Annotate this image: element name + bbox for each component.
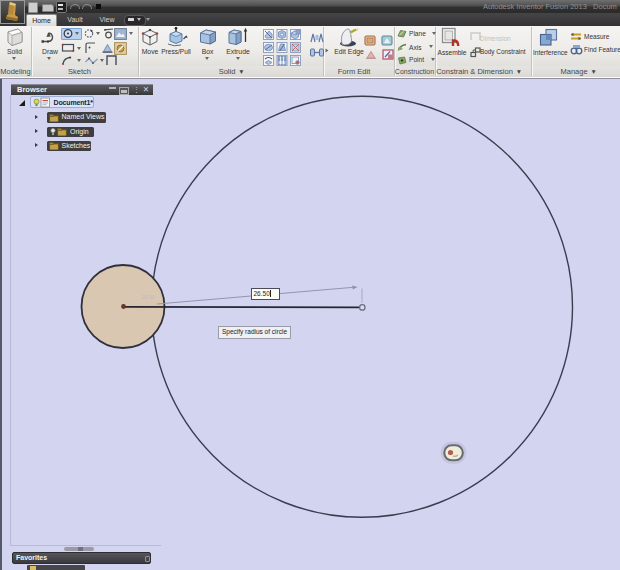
svg-text:26.50: 26.50 (142, 294, 155, 300)
